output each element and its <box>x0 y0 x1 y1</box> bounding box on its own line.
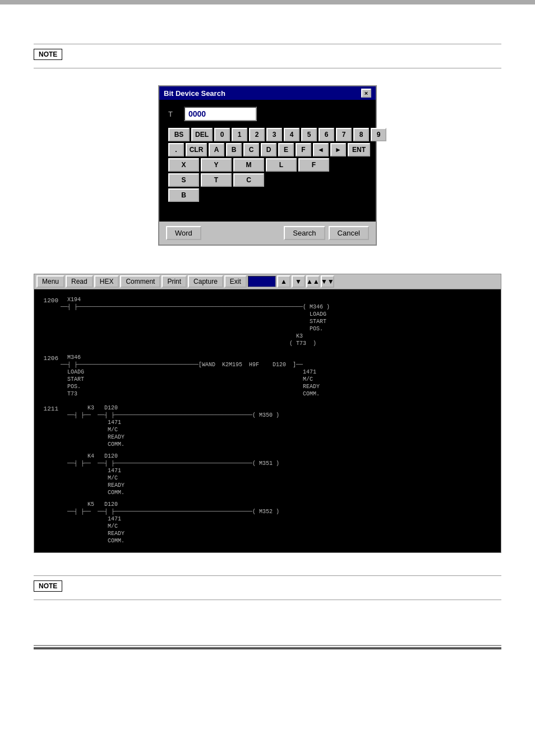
note-section-1: NOTE <box>34 44 501 68</box>
toolbar-menu[interactable]: Menu <box>36 275 64 288</box>
rung-body-k4: K4 D120 ──┤ ├── ──┤ ├───────────────────… <box>61 453 494 496</box>
key-left-arrow[interactable]: ◄ <box>313 143 329 156</box>
rung-1206: 1206 M346 ──┤ ├─────────────────────────… <box>41 354 494 398</box>
keypad-row-2: . CLR A B C D E F ◄ ► ENT <box>168 143 367 156</box>
input-label: T <box>168 110 179 118</box>
toolbar-read[interactable]: Read <box>66 275 93 288</box>
key-x[interactable]: X <box>168 158 199 172</box>
keypad-row-5: B <box>168 188 367 202</box>
key-ent[interactable]: ENT <box>348 143 370 156</box>
key-f[interactable]: F <box>296 143 311 156</box>
input-row: T <box>168 107 367 121</box>
toolbar-exit[interactable]: Exit <box>224 275 247 288</box>
key-c[interactable]: C <box>243 143 259 156</box>
search-button[interactable]: Search <box>284 226 325 240</box>
keypad-row-4: S T C <box>168 173 367 187</box>
note-label-2: NOTE <box>34 580 62 592</box>
key-t[interactable]: T <box>201 173 232 187</box>
key-right-arrow[interactable]: ► <box>330 143 346 156</box>
bottom-bar <box>34 645 501 646</box>
ladder-body: 1200 X194 ──┤ ├─────────────────────────… <box>34 289 501 552</box>
key-2[interactable]: 2 <box>249 128 265 141</box>
key-a[interactable]: A <box>209 143 224 156</box>
nav-up[interactable]: ▲ <box>277 275 290 288</box>
ladder-toolbar: Menu Read HEX Comment Print Capture Exit… <box>34 274 501 289</box>
rung-k5: K5 D120 ──┤ ├── ──┤ ├───────────────────… <box>41 501 494 545</box>
rung-body-1206: M346 ──┤ ├──────────────────────────────… <box>61 354 494 398</box>
dialog-footer: Word Search Cancel <box>159 222 376 245</box>
key-4[interactable]: 4 <box>284 128 299 141</box>
rung-num-1200: 1200 <box>41 296 61 304</box>
footer-right-buttons: Search Cancel <box>284 226 369 240</box>
rung-1211-k3: 1211 K3 D120 ──┤ ├── ──┤ ├──────────────… <box>41 404 494 448</box>
key-1[interactable]: 1 <box>232 128 247 141</box>
key-d[interactable]: D <box>261 143 276 156</box>
key-8[interactable]: 8 <box>353 128 369 141</box>
nav-down[interactable]: ▼ <box>292 275 305 288</box>
rung-body-k5: K5 D120 ──┤ ├── ──┤ ├───────────────────… <box>61 501 494 545</box>
rung-num-k4 <box>41 453 61 454</box>
key-b[interactable]: B <box>226 143 242 156</box>
key-c2[interactable]: C <box>233 173 264 187</box>
toolbar-capture[interactable]: Capture <box>188 275 223 288</box>
keypad-row-1: BS DEL 0 1 2 3 4 5 6 7 8 9 <box>168 128 367 141</box>
rung-num-1211: 1211 <box>41 404 61 412</box>
key-9[interactable]: 9 <box>371 128 386 141</box>
dialog-titlebar: Bit Device Search × <box>159 86 376 100</box>
cancel-button[interactable]: Cancel <box>329 226 369 240</box>
key-3[interactable]: 3 <box>266 128 282 141</box>
toolbar-print[interactable]: Print <box>162 275 187 288</box>
key-f2[interactable]: F <box>298 158 329 172</box>
device-input[interactable] <box>184 107 257 121</box>
key-7[interactable]: 7 <box>336 128 352 141</box>
dialog-close-button[interactable]: × <box>361 89 371 98</box>
key-5[interactable]: 5 <box>301 128 317 141</box>
nav-top[interactable]: ▲▲ <box>306 275 320 288</box>
rung-body-1211-k3: K3 D120 ──┤ ├── ──┤ ├───────────────────… <box>61 404 494 448</box>
toolbar-comment[interactable]: Comment <box>120 275 160 288</box>
key-6[interactable]: 6 <box>319 128 334 141</box>
key-e[interactable]: E <box>278 143 294 156</box>
bit-device-search-dialog: Bit Device Search × T BS DEL 0 1 2 3 <box>158 85 377 246</box>
toolbar-input[interactable] <box>248 276 276 287</box>
key-0[interactable]: 0 <box>214 128 230 141</box>
key-dot[interactable]: . <box>168 143 184 156</box>
key-l[interactable]: L <box>266 158 297 172</box>
key-b2[interactable]: B <box>168 188 199 202</box>
dialog-title: Bit Device Search <box>164 89 225 98</box>
rung-1200: 1200 X194 ──┤ ├─────────────────────────… <box>41 296 494 347</box>
key-y[interactable]: Y <box>201 158 232 172</box>
rung-body-1200: X194 ──┤ ├──────────────────────────────… <box>61 296 494 347</box>
rung-num-1206: 1206 <box>41 354 61 362</box>
word-button[interactable]: Word <box>166 226 201 240</box>
dialog-container: Bit Device Search × T BS DEL 0 1 2 3 <box>34 85 501 246</box>
key-bs[interactable]: BS <box>168 128 190 141</box>
dialog-body: T BS DEL 0 1 2 3 4 5 6 7 8 9 <box>159 100 376 222</box>
key-clr[interactable]: CLR <box>186 143 207 156</box>
ladder-diagram: Menu Read HEX Comment Print Capture Exit… <box>34 274 501 553</box>
toolbar-hex[interactable]: HEX <box>94 275 119 288</box>
rung-num-k5 <box>41 501 61 502</box>
top-bar <box>0 0 535 4</box>
keypad-row-3: X Y M L F <box>168 158 367 172</box>
key-s[interactable]: S <box>168 173 199 187</box>
note-section-2: NOTE <box>34 575 501 600</box>
key-del[interactable]: DEL <box>191 128 213 141</box>
key-m[interactable]: M <box>233 158 264 172</box>
note-label-1: NOTE <box>34 49 62 60</box>
bottom-thick-bar <box>34 647 501 649</box>
nav-bottom[interactable]: ▼▼ <box>321 275 334 288</box>
rung-k4: K4 D120 ──┤ ├── ──┤ ├───────────────────… <box>41 453 494 496</box>
